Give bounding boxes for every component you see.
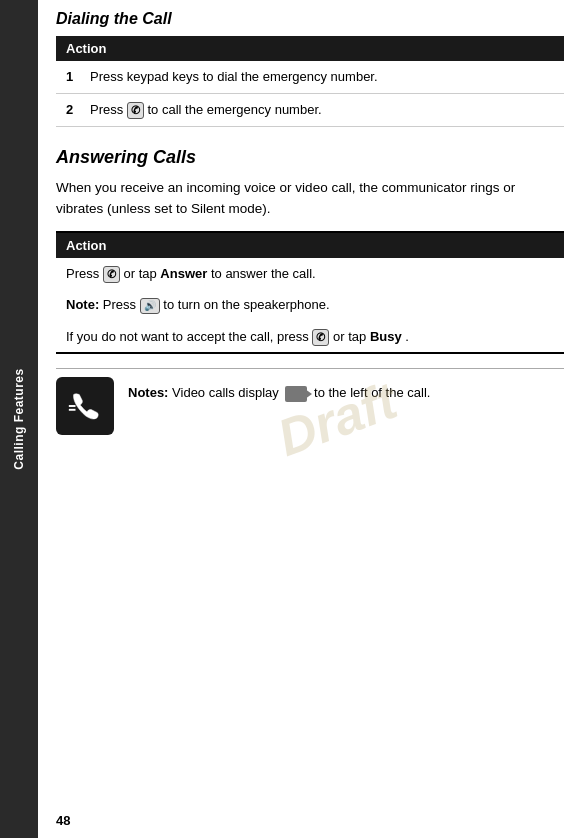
page-wrapper: Calling Features Draft Dialing the Call … bbox=[0, 0, 582, 838]
table-row: 1 Press keypad keys to dial the emergenc… bbox=[56, 61, 564, 94]
answering-body: When you receive an incoming voice or vi… bbox=[56, 178, 564, 219]
answer-bold: Answer bbox=[160, 266, 207, 281]
table-row: Note: Press 🔊 to turn on the speakerphon… bbox=[56, 289, 564, 321]
busy-label: Busy bbox=[370, 329, 402, 344]
to-speakerphone-label: to turn on the speakerphone. bbox=[163, 297, 329, 312]
reject-or-tap: or tap bbox=[333, 329, 370, 344]
reject-period: . bbox=[405, 329, 409, 344]
table-row: Press ✆ or tap Answer to answer the call… bbox=[56, 258, 564, 290]
reject-text-before: If you do not want to accept the call, p… bbox=[66, 329, 312, 344]
dialing-title: Dialing the Call bbox=[56, 10, 564, 28]
row-num-1: 1 bbox=[56, 61, 80, 94]
answering-row-2: Note: Press 🔊 to turn on the speakerphon… bbox=[56, 289, 564, 321]
speaker-icon: 🔊 bbox=[140, 298, 160, 314]
phone-icon-box bbox=[56, 377, 114, 435]
main-content: Draft Dialing the Call Action 1 Press ke… bbox=[38, 0, 582, 838]
press-label-1: Press bbox=[66, 266, 103, 281]
table-row: 2 Press ✆ to call the emergency number. bbox=[56, 94, 564, 127]
row-cell-2: Press ✆ to call the emergency number. bbox=[80, 94, 564, 127]
row-cell-1: Press keypad keys to dial the emergency … bbox=[80, 61, 564, 94]
answering-title: Answering Calls bbox=[56, 147, 564, 168]
answering-row-1: Press ✆ or tap Answer to answer the call… bbox=[56, 258, 564, 290]
sidebar-label: Calling Features bbox=[12, 368, 26, 469]
dialing-table: Action 1 Press keypad keys to dial the e… bbox=[56, 36, 564, 127]
phone-icon bbox=[66, 387, 104, 425]
notes-text-after: to the left of the call. bbox=[314, 385, 430, 400]
sidebar: Calling Features bbox=[0, 0, 38, 838]
call-button-icon: ✆ bbox=[127, 102, 144, 119]
notes-label: Notes: bbox=[128, 385, 168, 400]
notes-section: Notes: Video calls display to the left o… bbox=[56, 368, 564, 443]
answering-table-header: Action bbox=[56, 232, 564, 258]
dialing-table-header: Action bbox=[56, 36, 564, 61]
table-row: If you do not want to accept the call, p… bbox=[56, 321, 564, 354]
answering-row-3: If you do not want to accept the call, p… bbox=[56, 321, 564, 354]
notes-text-before: Video calls display bbox=[172, 385, 279, 400]
row-num-2: 2 bbox=[56, 94, 80, 127]
end-call-icon: ✆ bbox=[312, 329, 329, 346]
row-cell-2-after: to call the emergency number. bbox=[147, 102, 321, 117]
video-icon-inline bbox=[285, 386, 307, 402]
press-label-2: Press bbox=[103, 297, 140, 312]
answering-table: Action Press ✆ or tap Answer to answer t… bbox=[56, 231, 564, 355]
or-tap-label: or tap bbox=[123, 266, 160, 281]
page-number: 48 bbox=[56, 813, 70, 828]
to-answer-label: to answer the call. bbox=[211, 266, 316, 281]
answer-call-icon: ✆ bbox=[103, 266, 120, 283]
note-label: Note: bbox=[66, 297, 103, 312]
notes-text: Notes: Video calls display to the left o… bbox=[128, 377, 430, 403]
